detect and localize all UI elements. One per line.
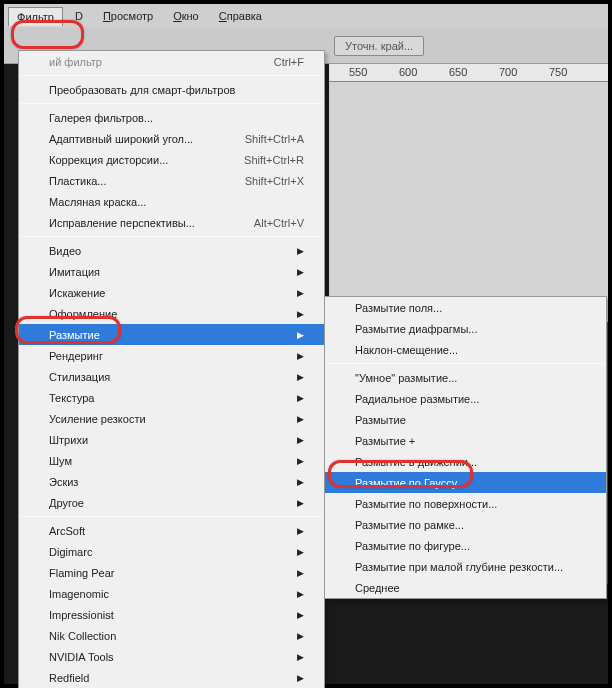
menu-item-strokes[interactable]: Штрихи▶ — [19, 429, 324, 450]
submenu-arrow-icon: ▶ — [297, 246, 304, 256]
submenu-arrow-icon: ▶ — [297, 393, 304, 403]
menu-view[interactable]: ПросмотрПросмотр — [95, 7, 161, 25]
submenu-item-field-blur[interactable]: Размытие поля... — [325, 297, 606, 318]
submenu-arrow-icon: ▶ — [297, 477, 304, 487]
menu-item-lens-correction[interactable]: Коррекция дисторсии...Shift+Ctrl+R — [19, 149, 324, 170]
submenu-arrow-icon: ▶ — [297, 631, 304, 641]
ruler-tick-label: 700 — [499, 66, 517, 78]
submenu-arrow-icon: ▶ — [297, 673, 304, 683]
submenu-item-lens-blur[interactable]: Размытие при малой глубине резкости... — [325, 556, 606, 577]
menubar: ФФильтрильтр D ПросмотрПросмотр ОкноОкно… — [4, 4, 608, 28]
submenu-item-blur-more[interactable]: Размытие + — [325, 430, 606, 451]
submenu-item-motion-blur[interactable]: Размытие в движении... — [325, 451, 606, 472]
submenu-item-radial-blur[interactable]: Радиальное размытие... — [325, 388, 606, 409]
canvas-background — [329, 82, 608, 322]
blur-submenu: Размытие поля... Размытие диафрагмы... Н… — [324, 296, 607, 599]
submenu-arrow-icon: ▶ — [297, 309, 304, 319]
submenu-item-smart-blur[interactable]: "Умное" размытие... — [325, 367, 606, 388]
filter-menu-dropdown: ий фильтрCtrl+F Преобразовать для смарт-… — [18, 50, 325, 688]
submenu-item-box-blur[interactable]: Размытие по рамке... — [325, 514, 606, 535]
submenu-arrow-icon: ▶ — [297, 498, 304, 508]
menu-item-nvidia[interactable]: NVIDIA Tools▶ — [19, 646, 324, 667]
horizontal-ruler: 550 600 650 700 750 — [329, 64, 608, 82]
submenu-item-shape-blur[interactable]: Размытие по фигуре... — [325, 535, 606, 556]
menu-item-nikcollection[interactable]: Nik Collection▶ — [19, 625, 324, 646]
menu-item-adaptive-wide[interactable]: Адаптивный широкий угол...Shift+Ctrl+A — [19, 128, 324, 149]
menu-item-vanishing[interactable]: Исправление перспективы...Alt+Ctrl+V — [19, 212, 324, 233]
submenu-arrow-icon: ▶ — [297, 414, 304, 424]
menu-item-artistic[interactable]: Имитация▶ — [19, 261, 324, 282]
submenu-item-iris-blur[interactable]: Размытие диафрагмы... — [325, 318, 606, 339]
menu-window[interactable]: ОкноОкно — [165, 7, 207, 25]
menu-item-arcsoft[interactable]: ArcSoft▶ — [19, 520, 324, 541]
menu-item-imagenomic[interactable]: Imagenomic▶ — [19, 583, 324, 604]
menu-item-texture[interactable]: Текстура▶ — [19, 387, 324, 408]
submenu-arrow-icon: ▶ — [297, 589, 304, 599]
ruler-tick-label: 650 — [449, 66, 467, 78]
menu-item-flamingpear[interactable]: Flaming Pear▶ — [19, 562, 324, 583]
menu-item-sketch[interactable]: Эскиз▶ — [19, 471, 324, 492]
menu-item-render[interactable]: Рендеринг▶ — [19, 345, 324, 366]
submenu-arrow-icon: ▶ — [297, 330, 304, 340]
refine-edge-button[interactable]: Уточн. край... — [334, 36, 424, 56]
submenu-arrow-icon: ▶ — [297, 652, 304, 662]
menu-item-impressionist[interactable]: Impressionist▶ — [19, 604, 324, 625]
ruler-tick-label: 550 — [349, 66, 367, 78]
submenu-arrow-icon: ▶ — [297, 610, 304, 620]
menu-3d[interactable]: D — [67, 7, 91, 25]
menu-item-convert-smart[interactable]: Преобразовать для смарт-фильтров — [19, 79, 324, 100]
submenu-item-gaussian-blur[interactable]: Размытие по Гауссу... — [325, 472, 606, 493]
submenu-item-average[interactable]: Среднее — [325, 577, 606, 598]
menu-item-sharpen[interactable]: Усиление резкости▶ — [19, 408, 324, 429]
submenu-arrow-icon: ▶ — [297, 267, 304, 277]
submenu-item-tilt-shift[interactable]: Наклон-смещение... — [325, 339, 606, 360]
menu-item-digimarc[interactable]: Digimarc▶ — [19, 541, 324, 562]
submenu-arrow-icon: ▶ — [297, 568, 304, 578]
menu-item-distort[interactable]: Искажение▶ — [19, 282, 324, 303]
menu-item-last-filter: ий фильтрCtrl+F — [19, 51, 324, 72]
submenu-arrow-icon: ▶ — [297, 435, 304, 445]
menu-item-filter-gallery[interactable]: Галерея фильтров... — [19, 107, 324, 128]
menu-item-blur[interactable]: Размытие▶ — [19, 324, 324, 345]
submenu-item-blur[interactable]: Размытие — [325, 409, 606, 430]
submenu-arrow-icon: ▶ — [297, 351, 304, 361]
menu-filter[interactable]: ФФильтрильтр — [8, 7, 63, 26]
menu-item-noise[interactable]: Шум▶ — [19, 450, 324, 471]
submenu-arrow-icon: ▶ — [297, 547, 304, 557]
ruler-tick-label: 750 — [549, 66, 567, 78]
menu-item-stylize[interactable]: Стилизация▶ — [19, 366, 324, 387]
menu-item-liquify[interactable]: Пластика...Shift+Ctrl+X — [19, 170, 324, 191]
submenu-arrow-icon: ▶ — [297, 288, 304, 298]
submenu-arrow-icon: ▶ — [297, 372, 304, 382]
menu-item-pixelate[interactable]: Оформление▶ — [19, 303, 324, 324]
menu-item-video[interactable]: Видео▶ — [19, 240, 324, 261]
ruler-tick-label: 600 — [399, 66, 417, 78]
submenu-arrow-icon: ▶ — [297, 526, 304, 536]
submenu-arrow-icon: ▶ — [297, 456, 304, 466]
menu-item-other[interactable]: Другое▶ — [19, 492, 324, 513]
submenu-item-surface-blur[interactable]: Размытие по поверхности... — [325, 493, 606, 514]
menu-item-oil-paint[interactable]: Масляная краска... — [19, 191, 324, 212]
menu-item-redfield[interactable]: Redfield▶ — [19, 667, 324, 688]
menu-help[interactable]: СправкаСправка — [211, 7, 270, 25]
